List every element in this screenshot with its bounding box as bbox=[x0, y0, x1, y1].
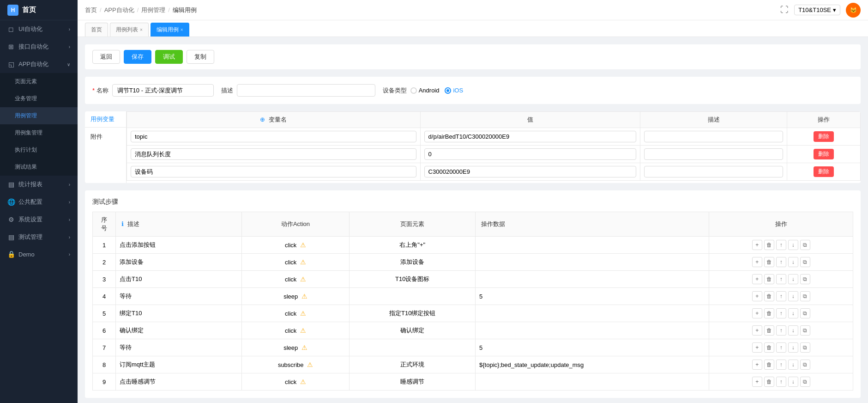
step-up-btn[interactable]: ↑ bbox=[776, 342, 786, 353]
step-down-btn[interactable]: ↓ bbox=[788, 240, 798, 250]
step-copy-btn[interactable]: ⧉ bbox=[800, 377, 810, 387]
variables-tab[interactable]: 用例变量 bbox=[90, 116, 115, 122]
breadcrumb-case-mgmt[interactable]: 用例管理 bbox=[141, 6, 165, 14]
step-up-btn[interactable]: ↑ bbox=[776, 377, 786, 387]
step-up-btn[interactable]: ↑ bbox=[776, 308, 786, 318]
step-copy-btn[interactable]: ⧉ bbox=[800, 274, 810, 284]
step-up-btn[interactable]: ↑ bbox=[776, 291, 786, 301]
sidebar-item-label: 接口自动化 bbox=[18, 43, 48, 51]
breadcrumb-home[interactable]: 首页 bbox=[85, 6, 97, 14]
sidebar-item-case-mgmt[interactable]: 用例管理 bbox=[0, 107, 78, 124]
radio-android[interactable]: Android bbox=[410, 87, 440, 94]
save-button[interactable]: 保存 bbox=[124, 50, 151, 64]
step-add-btn[interactable]: + bbox=[752, 274, 762, 284]
step-down-btn[interactable]: ↓ bbox=[788, 257, 798, 267]
sidebar-item-business-mgmt[interactable]: 业务管理 bbox=[0, 90, 78, 107]
var-value-input-3[interactable] bbox=[424, 166, 637, 177]
step-up-btn[interactable]: ↑ bbox=[776, 240, 786, 250]
tab-case-list[interactable]: 用例列表 × bbox=[110, 23, 149, 37]
step-down-btn[interactable]: ↓ bbox=[788, 342, 798, 353]
var-desc-input-1[interactable] bbox=[644, 131, 783, 142]
var-name-input-3[interactable] bbox=[131, 166, 416, 177]
step-delete-btn[interactable]: 🗑 bbox=[764, 291, 774, 301]
step-delete-btn[interactable]: 🗑 bbox=[764, 308, 774, 318]
tab-edit-case-close[interactable]: × bbox=[181, 27, 183, 32]
breadcrumb-app-auto[interactable]: APP自动化 bbox=[104, 6, 134, 14]
step-add-btn[interactable]: + bbox=[752, 342, 762, 353]
sidebar-item-page-elements[interactable]: 页面元素 bbox=[0, 73, 78, 90]
fullscreen-icon[interactable]: ⛶ bbox=[780, 5, 789, 15]
step-delete-btn[interactable]: 🗑 bbox=[764, 240, 774, 250]
step-delete-btn[interactable]: 🗑 bbox=[764, 342, 774, 353]
step-delete-btn[interactable]: 🗑 bbox=[764, 325, 774, 336]
sidebar-item-public-config[interactable]: 🌐 公共配置 › bbox=[0, 193, 78, 211]
radio-ios[interactable]: iOS bbox=[445, 87, 463, 94]
add-variable-icon[interactable]: ⊕ bbox=[260, 116, 265, 123]
debug-button[interactable]: 调试 bbox=[155, 50, 183, 64]
step-add-btn[interactable]: + bbox=[752, 240, 762, 250]
sidebar-logo[interactable]: H 首页 bbox=[0, 0, 78, 20]
step-down-btn[interactable]: ↓ bbox=[788, 291, 798, 301]
step-add-btn[interactable]: + bbox=[752, 325, 762, 336]
user-avatar[interactable]: 🐱 bbox=[846, 3, 861, 18]
delete-var-btn-3[interactable]: 删除 bbox=[814, 166, 834, 177]
delete-var-btn-1[interactable]: 删除 bbox=[814, 131, 834, 142]
sidebar-item-app-automation[interactable]: ◱ APP自动化 ∨ bbox=[0, 55, 78, 73]
sidebar-item-suite-mgmt[interactable]: 用例集管理 bbox=[0, 124, 78, 141]
col-value-header: 值 bbox=[420, 112, 640, 128]
sidebar-item-demo[interactable]: 🔒 Demo › bbox=[0, 246, 78, 263]
step-copy-btn[interactable]: ⧉ bbox=[800, 342, 810, 353]
step-copy-btn[interactable]: ⧉ bbox=[800, 308, 810, 318]
step-delete-btn[interactable]: 🗑 bbox=[764, 360, 774, 370]
delete-var-btn-2[interactable]: 删除 bbox=[814, 149, 834, 159]
info-icon: ℹ bbox=[121, 220, 124, 227]
sidebar-item-test-results[interactable]: 测试结果 bbox=[0, 159, 78, 176]
step-up-btn[interactable]: ↑ bbox=[776, 274, 786, 284]
var-value-input-1[interactable] bbox=[424, 131, 637, 142]
step-copy-btn[interactable]: ⧉ bbox=[800, 325, 810, 336]
step-copy-btn[interactable]: ⧉ bbox=[800, 240, 810, 250]
env-selector[interactable]: T10&T10SE ▾ bbox=[794, 5, 840, 15]
sidebar-item-stats-report[interactable]: ▤ 统计报表 › bbox=[0, 176, 78, 193]
name-input[interactable] bbox=[112, 84, 214, 97]
sidebar-item-label: 统计报表 bbox=[18, 180, 42, 189]
step-up-btn[interactable]: ↑ bbox=[776, 325, 786, 336]
back-button[interactable]: 返回 bbox=[92, 50, 120, 64]
step-ops: + 🗑 ↑ ↓ ⧉ bbox=[709, 288, 853, 305]
step-down-btn[interactable]: ↓ bbox=[788, 325, 798, 336]
var-value-input-2[interactable] bbox=[424, 148, 637, 160]
step-down-btn[interactable]: ↓ bbox=[788, 274, 798, 284]
tab-home[interactable]: 首页 bbox=[85, 23, 108, 37]
step-copy-btn[interactable]: ⧉ bbox=[800, 291, 810, 301]
desc-input[interactable] bbox=[237, 84, 375, 97]
step-delete-btn[interactable]: 🗑 bbox=[764, 274, 774, 284]
sidebar-item-ui-automation[interactable]: ◻ UI自动化 › bbox=[0, 20, 78, 38]
sidebar-item-sys-settings[interactable]: ⚙ 系统设置 › bbox=[0, 211, 78, 228]
tab-edit-case[interactable]: 编辑用例 × bbox=[151, 23, 189, 37]
var-desc-input-3[interactable] bbox=[644, 166, 783, 177]
sidebar-item-exec-plan[interactable]: 执行计划 bbox=[0, 141, 78, 159]
tab-case-list-close[interactable]: × bbox=[140, 27, 143, 32]
step-add-btn[interactable]: + bbox=[752, 257, 762, 267]
var-name-input-1[interactable] bbox=[131, 131, 416, 142]
step-opdata: ${topic};bed_state_update;update_msg bbox=[476, 356, 709, 373]
sidebar-item-api-automation[interactable]: ⊞ 接口自动化 › bbox=[0, 38, 78, 55]
step-add-btn[interactable]: + bbox=[752, 308, 762, 318]
step-up-btn[interactable]: ↑ bbox=[776, 257, 786, 267]
step-down-btn[interactable]: ↓ bbox=[788, 377, 798, 387]
step-down-btn[interactable]: ↓ bbox=[788, 360, 798, 370]
sidebar-item-test-mgmt[interactable]: ▤ 测试管理 › bbox=[0, 228, 78, 246]
copy-button[interactable]: 复制 bbox=[187, 50, 214, 64]
step-add-btn[interactable]: + bbox=[752, 360, 762, 370]
var-desc-input-2[interactable] bbox=[644, 148, 783, 160]
chevron-right-icon: › bbox=[69, 182, 70, 187]
step-up-btn[interactable]: ↑ bbox=[776, 360, 786, 370]
step-delete-btn[interactable]: 🗑 bbox=[764, 257, 774, 267]
step-add-btn[interactable]: + bbox=[752, 377, 762, 387]
step-copy-btn[interactable]: ⧉ bbox=[800, 257, 810, 267]
step-add-btn[interactable]: + bbox=[752, 291, 762, 301]
step-delete-btn[interactable]: 🗑 bbox=[764, 377, 774, 387]
step-down-btn[interactable]: ↓ bbox=[788, 308, 798, 318]
var-name-input-2[interactable] bbox=[131, 148, 416, 160]
step-copy-btn[interactable]: ⧉ bbox=[800, 360, 810, 370]
